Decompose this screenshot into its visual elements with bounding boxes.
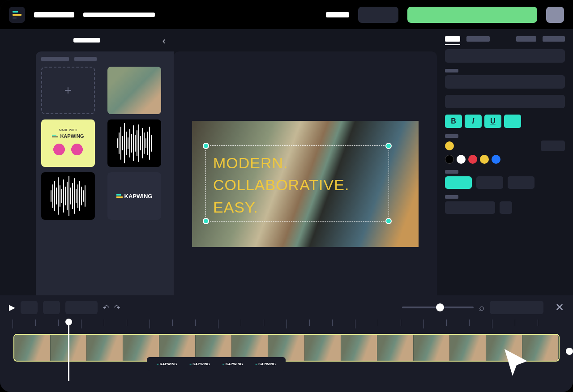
logo-track[interactable]: ≡KAPWING ≡KAPWING ≡KAPWING ≡KAPWING — [147, 357, 286, 371]
preset-select[interactable] — [445, 95, 565, 108]
rp-tab-1[interactable] — [445, 36, 460, 42]
skip-back-button[interactable] — [21, 301, 38, 314]
video-track[interactable] — [13, 334, 560, 362]
assets-tab-1[interactable] — [41, 57, 69, 61]
breadcrumb — [83, 13, 155, 17]
header — [0, 0, 573, 29]
rp-tab-3[interactable] — [516, 36, 536, 42]
color-swatch-black[interactable] — [445, 155, 454, 164]
asset-kapwing-promo[interactable]: MADE WITH KAPWING — [41, 119, 95, 167]
timecode-display[interactable] — [490, 301, 543, 314]
collapse-icon[interactable]: ‹ — [162, 35, 166, 47]
size-input[interactable] — [445, 75, 565, 89]
assets-tab-2[interactable] — [74, 57, 97, 61]
color-swatch-yellow[interactable] — [480, 155, 489, 164]
extra-button[interactable] — [500, 201, 512, 214]
resize-handle-bl[interactable] — [203, 218, 209, 224]
color-swatch-red[interactable] — [468, 155, 477, 164]
align-button-3[interactable] — [508, 176, 535, 189]
canvas[interactable]: MODERN. COLLABORATIVE. EASY. — [174, 51, 437, 295]
redo-button[interactable]: ↷ — [114, 303, 120, 312]
header-button-primary[interactable] — [407, 7, 537, 23]
zoom-thumb[interactable] — [436, 303, 444, 311]
align-button-2[interactable] — [476, 176, 503, 189]
asset-video-thumb[interactable] — [107, 67, 161, 114]
underline-button[interactable]: U — [484, 115, 501, 128]
left-panel: ‹ + MADE WITH KAPWING — [0, 29, 174, 295]
asset-audio-2[interactable] — [41, 172, 95, 220]
color-fill-button[interactable] — [504, 115, 521, 128]
color-swatch-white[interactable] — [457, 155, 466, 164]
project-title[interactable] — [34, 12, 74, 17]
asset-kapwing-logo[interactable]: KAPWING — [107, 172, 161, 220]
bold-button[interactable]: B — [445, 115, 462, 128]
text-selection-box[interactable]: MODERN. COLLABORATIVE. EASY. — [205, 145, 389, 222]
play-button[interactable]: ▶ — [9, 303, 15, 312]
avatar[interactable] — [546, 7, 564, 23]
speed-button[interactable] — [65, 301, 98, 314]
animation-button[interactable] — [445, 201, 495, 214]
search-icon[interactable]: ⌕ — [479, 303, 484, 313]
font-select[interactable] — [445, 49, 565, 63]
undo-button[interactable]: ↶ — [103, 303, 109, 312]
timeline-ruler[interactable] — [0, 320, 573, 332]
timeline: ▶ ↶ ↷ ⌕ ✕ ≡KAPWING ≡KAPWING ≡KAPWING ≡ — [0, 295, 573, 392]
video-preview[interactable]: MODERN. COLLABORATIVE. EASY. — [192, 121, 419, 247]
resize-handle-tl[interactable] — [203, 143, 209, 149]
color-extra-button[interactable] — [541, 141, 565, 151]
add-asset-button[interactable]: + — [41, 67, 95, 114]
color-swatch-blue[interactable] — [492, 155, 500, 164]
cursor-icon — [500, 346, 533, 379]
scroll-thumb[interactable] — [566, 348, 573, 355]
italic-button[interactable]: I — [465, 115, 482, 128]
rp-tab-4[interactable] — [543, 36, 565, 42]
app-logo[interactable] — [9, 7, 25, 23]
align-button-active[interactable] — [445, 176, 472, 189]
resize-handle-tr[interactable] — [385, 143, 392, 149]
plus-icon: + — [64, 83, 72, 98]
playhead[interactable] — [68, 320, 69, 381]
properties-panel: B I U — [437, 29, 573, 295]
panel-tab[interactable] — [73, 38, 100, 43]
asset-audio-1[interactable] — [107, 119, 161, 167]
current-color-swatch[interactable] — [445, 141, 454, 150]
overlay-text[interactable]: MODERN. COLLABORATIVE. EASY. — [206, 146, 389, 225]
resize-handle-br[interactable] — [385, 218, 392, 224]
rp-tab-2[interactable] — [466, 36, 490, 42]
header-link[interactable] — [326, 12, 349, 17]
skip-fwd-button[interactable] — [43, 301, 60, 314]
header-button-1[interactable] — [358, 7, 398, 23]
close-icon[interactable]: ✕ — [555, 301, 564, 314]
zoom-slider[interactable] — [402, 307, 474, 308]
